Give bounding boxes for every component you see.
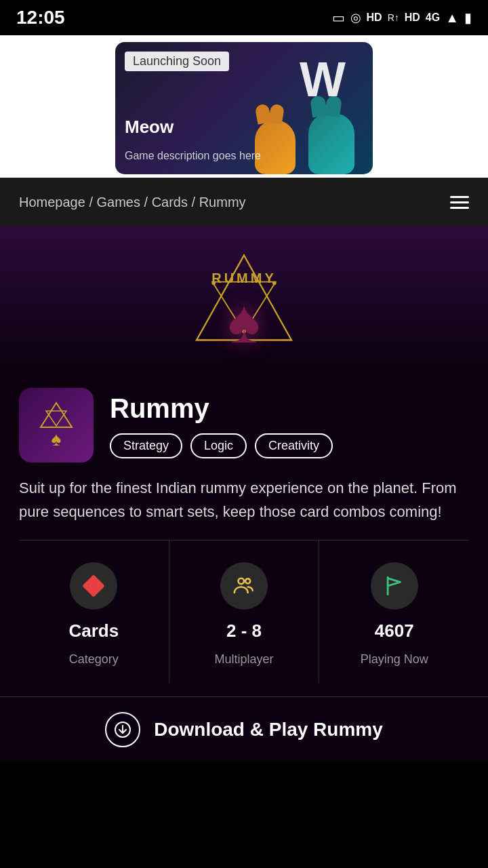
svg-point-7 [239,578,245,585]
hamburger-line-3 [450,207,469,209]
hamburger-line-2 [450,201,469,203]
flag-icon [383,574,406,597]
stat-multiplayer-icon-circle [220,562,268,610]
people-icon [232,574,256,597]
stats-row: Cards Category 2 - 8 Multiplayer [19,540,469,683]
nav-bar: Homepage / Games / Cards / Rummy [0,178,488,226]
stat-playing-label: Playing Now [361,652,428,667]
status-time: 12:05 [16,7,65,28]
stat-multiplayer-label: Multiplayer [214,652,273,667]
rummy-spade-icon: ♠ [228,288,260,355]
battery-icon: ▮ [464,9,472,26]
download-arrow-icon [114,721,131,738]
hd-label: HD [367,12,382,24]
game-tags: Strategy Logic Creativity [110,433,469,458]
stat-multiplayer-value: 2 - 8 [226,620,262,642]
download-bar: Download & Play Rummy [0,696,488,762]
rummy-logo-text: RUMMY [211,271,277,286]
tag-logic[interactable]: Logic [190,433,247,458]
stat-playing-value: 4607 [375,620,414,642]
4g-label: 4G [426,12,440,24]
game-app-icon: ♠ [19,388,94,462]
game-title: Rummy [110,393,469,424]
wifi-icon: ◎ [350,10,361,25]
game-info-section: ♠ Rummy Strategy Logic Creativity Suit u… [0,369,488,696]
diamond-icon [82,574,105,597]
stat-playing: 4607 Playing Now [319,540,469,683]
download-button[interactable]: Download & Play Rummy [154,719,383,741]
status-bar: 12:05 ▭ ◎ HD R↑ HD 4G ▲ ▮ [0,0,488,35]
svg-point-8 [245,579,250,584]
tag-creativity[interactable]: Creativity [255,433,333,458]
banner-game-desc: Game description goes here [125,149,261,163]
hero-section: RUMMY ♠ [0,226,488,369]
game-meta: Rummy Strategy Logic Creativity [110,388,469,458]
stat-category-icon-circle [70,562,117,610]
hd2-label: HD [405,12,420,24]
breadcrumb[interactable]: Homepage / Games / Cards / Rummy [19,195,246,210]
banner-launching-label: Launching Soon [125,52,229,71]
tv-icon: ▭ [332,9,345,26]
stat-category: Cards Category [19,540,169,683]
status-icons: ▭ ◎ HD R↑ HD 4G ▲ ▮ [332,9,472,26]
network-icon: ▲ [445,10,459,26]
banner-section: Launching Soon W Meow Game descr [0,35,488,178]
rummy-logo: RUMMY ♠ [190,250,298,345]
icon-triangle [39,401,73,429]
game-description: Suit up for the finest Indian rummy expe… [19,476,469,524]
icon-spade: ♠ [52,430,62,449]
banner-game-title: Meow [125,117,174,138]
tag-strategy[interactable]: Strategy [110,433,182,458]
stat-category-label: Category [69,652,119,667]
hamburger-line-1 [450,196,469,198]
stat-category-value: Cards [68,620,119,642]
stat-multiplayer: 2 - 8 Multiplayer [169,540,320,683]
banner-card[interactable]: Launching Soon W Meow Game descr [115,42,373,174]
hamburger-menu[interactable] [450,196,469,209]
signal-icon: R↑ [388,12,399,23]
stat-playing-icon-circle [371,562,418,610]
download-circle-icon [105,712,140,747]
game-header: ♠ Rummy Strategy Logic Creativity [19,388,469,462]
svg-marker-5 [41,403,72,427]
